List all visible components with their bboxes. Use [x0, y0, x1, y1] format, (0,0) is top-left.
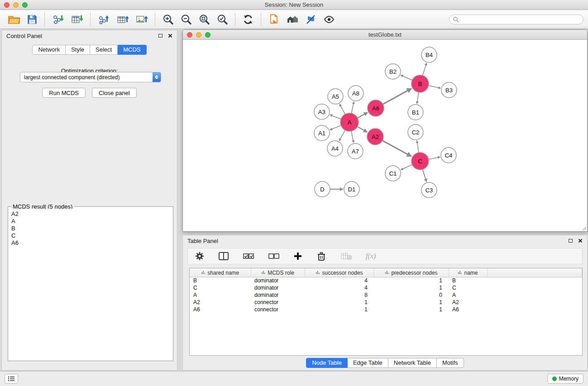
result-item[interactable]: B	[11, 225, 170, 232]
delete-table-button[interactable]	[337, 251, 355, 262]
node-B2[interactable]: B2	[385, 64, 401, 79]
node-B1[interactable]: B1	[408, 105, 423, 120]
edge-A-A2[interactable]	[357, 127, 367, 132]
tab-mcds[interactable]: MCDS	[118, 45, 146, 55]
column-header-shared-name[interactable]: shared name	[190, 268, 251, 277]
graphics-details-button[interactable]	[302, 13, 320, 26]
column-header-successor-nodes[interactable]: successor nodes	[305, 268, 374, 277]
table-settings-button[interactable]	[191, 250, 208, 262]
zoom-selected-button[interactable]	[213, 13, 231, 26]
edge-A-A7[interactable]	[351, 131, 354, 143]
close-panel-button[interactable]: Close panel	[92, 88, 137, 98]
edge-A2-C[interactable]	[382, 141, 411, 156]
edge-A-A5[interactable]	[339, 104, 345, 114]
edge-A-A4[interactable]	[339, 130, 345, 141]
export-image-button[interactable]	[132, 13, 151, 26]
column-browser-button[interactable]	[215, 250, 232, 262]
import-table-button[interactable]	[67, 13, 86, 26]
show-hide-button[interactable]	[320, 13, 338, 26]
node-table-container[interactable]: shared nameMCDS rolesuccessor nodesprede…	[189, 268, 583, 356]
export-table-button[interactable]	[113, 13, 132, 26]
node-A5[interactable]: A5	[328, 89, 343, 104]
close-panel-icon[interactable]	[168, 33, 172, 38]
result-item[interactable]: A6	[11, 239, 170, 247]
tab-style[interactable]: Style	[66, 45, 90, 55]
column-header-name[interactable]: name	[449, 268, 487, 277]
zoom-network-window-button[interactable]	[205, 32, 210, 38]
node-D[interactable]: D	[315, 181, 330, 197]
tab-network-table[interactable]: Network Table	[388, 358, 437, 368]
edge-C-C4[interactable]	[429, 157, 440, 159]
table-row[interactable]: Bdominator41B	[190, 277, 582, 284]
search-input[interactable]	[449, 14, 583, 24]
node-B[interactable]: B	[411, 75, 429, 92]
table-row[interactable]: A2connector11A2	[190, 299, 582, 306]
tab-motifs[interactable]: Motifs	[437, 358, 464, 368]
tab-select[interactable]: Select	[90, 45, 118, 55]
node-C2[interactable]: C2	[408, 124, 423, 140]
node-B3[interactable]: B3	[441, 82, 457, 98]
table-row[interactable]: Cdominator41C	[190, 284, 582, 291]
edge-B-B4[interactable]	[423, 63, 426, 76]
close-table-panel-icon[interactable]	[578, 238, 583, 243]
result-item[interactable]: A	[11, 218, 170, 225]
table-row[interactable]: A6connector11A6	[190, 306, 582, 313]
clipboard-import-button[interactable]	[265, 13, 283, 26]
node-C3[interactable]: C3	[421, 182, 437, 198]
node-A6[interactable]: A6	[368, 100, 384, 116]
result-item[interactable]: A2	[11, 210, 170, 218]
edge-C-C1[interactable]	[401, 165, 412, 170]
add-column-button[interactable]	[290, 251, 306, 262]
tab-network[interactable]: Network	[32, 45, 66, 55]
memory-button[interactable]: Memory	[547, 374, 583, 384]
edge-B-B3[interactable]	[429, 86, 440, 88]
show-panels-button[interactable]	[5, 374, 18, 384]
node-A3[interactable]: A3	[314, 104, 330, 119]
close-window-button[interactable]	[4, 2, 10, 8]
column-header-mcds-role[interactable]: MCDS role	[251, 268, 305, 277]
zoom-fit-button[interactable]	[195, 13, 213, 26]
zoom-window-button[interactable]	[22, 2, 28, 8]
criterion-dropdown[interactable]: largest connected component (directed)	[20, 72, 161, 82]
zoom-out-button[interactable]	[177, 13, 195, 26]
edge-B-B2[interactable]	[401, 75, 412, 80]
edge-C-C2[interactable]	[417, 141, 419, 152]
edge-B-B1[interactable]	[417, 92, 419, 104]
edge-C-C3[interactable]	[423, 169, 426, 181]
edge-A-A6[interactable]	[358, 113, 367, 118]
run-mcds-button[interactable]: Run MCDS	[42, 88, 86, 98]
node-A8[interactable]: A8	[348, 86, 363, 101]
edge-A-A1[interactable]	[330, 125, 341, 130]
import-network-button[interactable]	[48, 13, 67, 26]
node-C[interactable]: C	[411, 152, 429, 170]
neighborhood-button[interactable]	[283, 13, 302, 26]
table-row[interactable]: Adominator80A	[190, 291, 582, 299]
edge-A6-B[interactable]	[383, 89, 411, 104]
export-network-button[interactable]	[94, 13, 113, 26]
minimize-window-button[interactable]	[13, 2, 19, 8]
node-A7[interactable]: A7	[348, 143, 363, 159]
float-panel-icon[interactable]	[158, 34, 163, 38]
function-builder-button[interactable]: f(x)	[363, 251, 379, 261]
edge-A-A3[interactable]	[330, 115, 341, 119]
node-A4[interactable]: A4	[327, 141, 343, 156]
float-table-panel-icon[interactable]	[569, 239, 573, 243]
select-all-button[interactable]	[239, 251, 258, 262]
network-canvas[interactable]: B4B2BB3A5A8A6A3AB1A1A2C2A4A7C4CC1DD1C3	[183, 40, 587, 231]
zoom-in-button[interactable]	[159, 13, 177, 26]
node-B4[interactable]: B4	[421, 47, 437, 62]
node-A[interactable]: A	[340, 113, 359, 131]
tab-edge-table[interactable]: Edge Table	[348, 358, 388, 368]
minimize-network-window-button[interactable]	[196, 32, 201, 38]
deselect-all-button[interactable]	[265, 251, 283, 262]
save-session-button[interactable]	[24, 13, 41, 26]
delete-column-button[interactable]	[313, 250, 330, 262]
edge-A-A8[interactable]	[351, 102, 354, 113]
tab-node-table[interactable]: Node Table	[306, 358, 348, 368]
node-A1[interactable]: A1	[314, 125, 330, 141]
node-C1[interactable]: C1	[385, 166, 401, 181]
node-C4[interactable]: C4	[441, 148, 456, 163]
column-header-predecessor-nodes[interactable]: predecessor nodes	[374, 268, 449, 277]
result-item[interactable]: C	[11, 232, 170, 239]
open-session-button[interactable]	[5, 13, 24, 26]
